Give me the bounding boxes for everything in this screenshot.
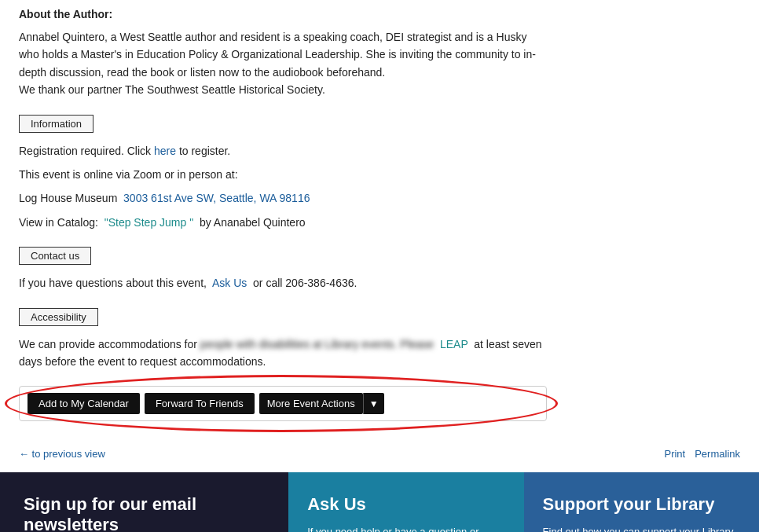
print-link[interactable]: Print — [664, 448, 685, 460]
accessibility-heading: Accessibility — [19, 308, 98, 326]
footer-support: Support your Library Find out how you ca… — [524, 472, 759, 532]
author-thanks-text: We thank our partner The Southwest Seatt… — [19, 83, 325, 96]
catalog-author: by Ananabel Quintero — [200, 216, 306, 229]
contact-text-after: or call 206-386-4636. — [253, 277, 357, 289]
nav-right: Print Permalink — [664, 448, 740, 460]
venue-name: Log House Museum — [19, 192, 117, 204]
catalog-link[interactable]: "Step Step Jump " — [104, 216, 193, 229]
catalog-line: View in Catalog: "Step Step Jump " by An… — [19, 214, 547, 231]
footer: Sign up for our email newsletters Get th… — [0, 472, 759, 532]
here-link[interactable]: here — [154, 145, 176, 157]
askus-heading: Ask Us — [307, 494, 504, 515]
about-author-title: About the Author: — [19, 8, 547, 20]
action-bar: Add to My Calendar Forward To Friends Mo… — [19, 386, 547, 421]
permalink-link[interactable]: Permalink — [695, 448, 740, 460]
more-event-actions-dropdown[interactable]: ▼ — [363, 393, 384, 414]
reg-text-before: Registration required. Click — [19, 145, 151, 157]
contact-text-before: If you have questions about this event, — [19, 277, 207, 289]
leap-link[interactable]: LEAP — [440, 338, 468, 350]
footer-newsletter: Sign up for our email newsletters Get th… — [0, 472, 288, 532]
back-link[interactable]: ← to previous view — [19, 448, 105, 460]
more-event-actions-button[interactable]: More Event Actions — [259, 393, 363, 414]
add-to-calendar-button[interactable]: Add to My Calendar — [28, 393, 140, 414]
more-event-actions-label: More Event Actions — [267, 398, 355, 409]
askus-body: If you need help or have a question or s… — [307, 524, 504, 532]
accessibility-blurred: people with disabilities at Library even… — [200, 338, 434, 350]
support-heading: Support your Library — [543, 494, 740, 515]
author-bio-text: Annabel Quintero, a West Seattle author … — [19, 31, 536, 79]
accessibility-text: We can provide accommodations for people… — [19, 336, 547, 371]
forward-to-friends-button[interactable]: Forward To Friends — [145, 393, 255, 414]
nav-bar: ← to previous view Print Permalink — [0, 443, 759, 464]
reg-text-after: to register. — [179, 145, 230, 157]
action-bar-wrapper: Add to My Calendar Forward To Friends Mo… — [19, 386, 547, 421]
venue-address-link[interactable]: 3003 61st Ave SW, Seattle, WA 98116 — [123, 192, 310, 204]
footer-askus: Ask Us If you need help or have a questi… — [288, 472, 523, 532]
newsletter-heading: Sign up for our email newsletters — [24, 494, 265, 532]
contact-text: If you have questions about this event, … — [19, 274, 547, 292]
information-heading: Information — [19, 115, 94, 133]
online-text: This event is online via Zoom or in pers… — [19, 166, 547, 183]
catalog-label: View in Catalog: — [19, 216, 98, 229]
registration-text: Registration required. Click here to reg… — [19, 142, 547, 160]
venue-line: Log House Museum 3003 61st Ave SW, Seatt… — [19, 189, 547, 207]
accessibility-text-before: We can provide accommodations for — [19, 338, 197, 350]
ask-us-link[interactable]: Ask Us — [212, 277, 247, 289]
contact-heading: Contact us — [19, 247, 91, 265]
support-body: Find out how you can support your Librar… — [543, 524, 740, 532]
more-actions-group: More Event Actions ▼ — [259, 393, 384, 414]
author-bio: Annabel Quintero, a West Seattle author … — [19, 28, 547, 99]
